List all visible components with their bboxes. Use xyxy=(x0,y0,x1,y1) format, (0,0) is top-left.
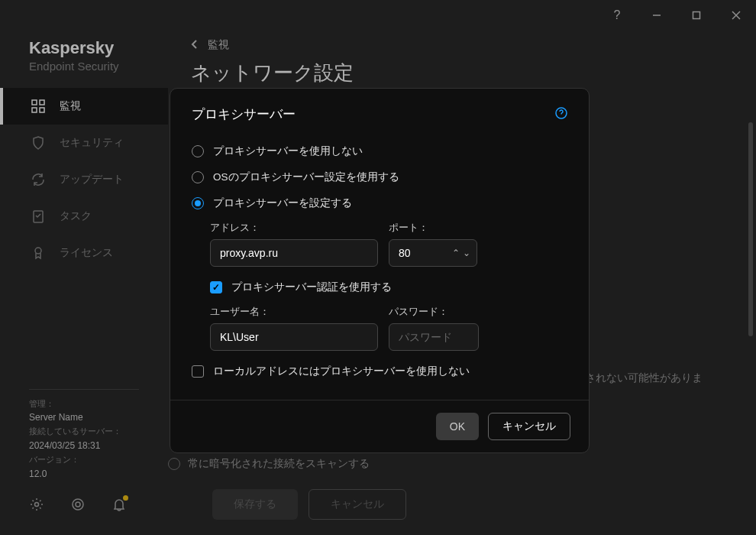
nav-label: セキュリティ xyxy=(60,136,124,150)
sidebar: Kaspersky Endpoint Security 監視 セキュリティ アッ… xyxy=(0,31,168,535)
help-button[interactable]: ? xyxy=(605,3,629,28)
radio-unchecked-icon xyxy=(168,458,180,470)
address-input[interactable] xyxy=(210,239,378,267)
nav-label: タスク xyxy=(60,209,92,223)
radio-no-proxy[interactable]: プロキシサーバーを使用しない xyxy=(192,138,567,164)
bg-radio-label: 常に暗号化された接続をスキャンする xyxy=(188,457,370,471)
proxy-modal: プロキシサーバー プロキシサーバーを使用しない OSのプロキシサーバー設定を使用… xyxy=(170,88,590,453)
notification-dot xyxy=(123,495,128,501)
admin-label: 管理： xyxy=(29,397,139,411)
username-input[interactable] xyxy=(210,323,378,351)
bg-radio-scan[interactable]: 常に暗号化された接続をスキャンする xyxy=(168,457,370,471)
nav-label: ライセンス xyxy=(60,246,113,260)
svg-rect-7 xyxy=(40,108,44,112)
nav-item-update[interactable]: アップデート xyxy=(0,161,168,198)
sidebar-footer: 管理： Server Name 接続しているサーバー： 2024/03/25 1… xyxy=(0,389,168,481)
radio-custom-proxy[interactable]: プロキシサーバーを設定する xyxy=(192,190,567,216)
svg-rect-5 xyxy=(40,100,44,105)
chevron-left-icon xyxy=(191,39,199,52)
radio-icon xyxy=(192,171,204,183)
nav-item-tasks[interactable]: タスク xyxy=(0,198,168,235)
ver-value: 12.0 xyxy=(29,467,139,481)
check-auth[interactable]: プロキシサーバー認証を使用する xyxy=(210,274,567,300)
admin-value: Server Name xyxy=(29,410,139,425)
brand-title: Kaspersky xyxy=(29,38,150,58)
svg-point-10 xyxy=(35,503,39,507)
save-button[interactable]: 保存する xyxy=(212,489,298,520)
modal-title: プロキシサーバー xyxy=(192,105,296,123)
conn-label: 接続しているサーバー： xyxy=(29,425,139,439)
bell-icon[interactable] xyxy=(111,497,127,512)
brand: Kaspersky Endpoint Security xyxy=(0,38,168,88)
port-label: ポート： xyxy=(389,221,477,235)
password-input[interactable] xyxy=(389,323,479,351)
cancel-button[interactable]: キャンセル xyxy=(309,489,406,520)
svg-rect-1 xyxy=(693,12,700,19)
scrollbar[interactable] xyxy=(748,122,753,336)
nav-item-license[interactable]: ライセンス xyxy=(0,235,168,271)
radio-label: OSのプロキシサーバー設定を使用する xyxy=(213,170,399,184)
nav-label: 監視 xyxy=(60,99,81,113)
support-icon[interactable] xyxy=(70,497,86,512)
svg-rect-6 xyxy=(32,108,37,112)
bottom-actions: 保存する キャンセル xyxy=(212,489,406,520)
grid-icon xyxy=(31,99,46,114)
svg-point-11 xyxy=(73,499,83,510)
clipboard-icon xyxy=(31,209,46,224)
user-label: ユーザー名： xyxy=(210,305,378,319)
modal-ok-button[interactable]: OK xyxy=(436,413,479,440)
nav-item-security[interactable]: セキュリティ xyxy=(0,125,168,161)
svg-rect-4 xyxy=(32,100,37,105)
titlebar: ? xyxy=(0,0,756,31)
nav-label: アップデート xyxy=(60,173,124,186)
nav-item-monitoring[interactable]: 監視 xyxy=(0,88,168,125)
gear-icon[interactable] xyxy=(29,497,44,512)
sidebar-bottom-buttons xyxy=(0,481,168,527)
svg-point-12 xyxy=(76,502,80,507)
modal-cancel-button[interactable]: キャンセル xyxy=(488,413,570,440)
conn-value: 2024/03/25 18:31 xyxy=(29,439,139,453)
breadcrumb[interactable]: 監視 xyxy=(191,38,733,52)
refresh-icon xyxy=(31,172,46,187)
maximize-button[interactable] xyxy=(684,3,709,28)
radio-label: プロキシサーバーを使用しない xyxy=(213,144,363,158)
radio-label: プロキシサーバーを設定する xyxy=(213,196,352,210)
page-title: ネットワーク設定 xyxy=(191,60,733,86)
radio-checked-icon xyxy=(192,197,204,209)
check-label: プロキシサーバー認証を使用する xyxy=(231,280,392,294)
ver-label: バージョン： xyxy=(29,453,139,467)
chevron-down-icon[interactable]: ⌄ xyxy=(463,248,470,258)
chevron-up-icon[interactable]: ⌃ xyxy=(452,248,460,258)
radio-os-proxy[interactable]: OSのプロキシサーバー設定を使用する xyxy=(192,164,567,190)
minimize-button[interactable] xyxy=(645,3,669,28)
checkbox-icon xyxy=(192,365,204,378)
pass-label: パスワード： xyxy=(389,305,479,319)
port-value: 80 xyxy=(389,240,452,266)
port-input[interactable]: 80 ⌃ ⌄ xyxy=(389,239,477,267)
help-icon[interactable] xyxy=(555,107,567,122)
address-label: アドレス： xyxy=(210,221,378,235)
close-button[interactable] xyxy=(724,3,748,28)
check-label: ローカルアドレスにはプロキシサーバーを使用しない xyxy=(213,365,470,378)
svg-point-9 xyxy=(35,248,41,254)
nav: 監視 セキュリティ アップデート タスク ライセンス xyxy=(0,88,168,389)
breadcrumb-parent: 監視 xyxy=(208,38,229,52)
radio-icon xyxy=(192,145,204,157)
brand-subtitle: Endpoint Security xyxy=(29,60,150,73)
checkbox-checked-icon xyxy=(210,281,222,293)
check-bypass-local[interactable]: ローカルアドレスにはプロキシサーバーを使用しない xyxy=(192,358,567,384)
shield-icon xyxy=(31,135,46,151)
badge-icon xyxy=(31,245,46,261)
